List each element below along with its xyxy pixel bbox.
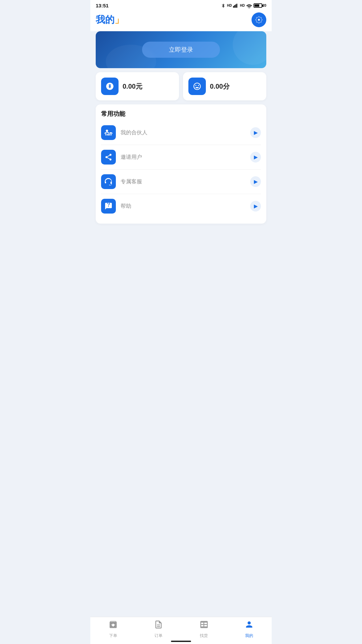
points-value: 0.00分	[210, 82, 230, 91]
partner-label: 我的合伙人	[121, 129, 250, 136]
settings-icon	[255, 16, 263, 24]
nav-find-label: 找货	[200, 633, 208, 639]
signal-hd-2: HD	[240, 4, 244, 7]
money-value: 0.00元	[123, 82, 142, 91]
nav-orders[interactable]: 订单	[136, 620, 181, 639]
wifi-icon	[246, 3, 252, 8]
feature-partner[interactable]: 我的合伙人 ▶	[101, 121, 261, 145]
login-banner[interactable]: 立即登录	[96, 31, 266, 68]
help-label: 帮助	[121, 203, 250, 210]
nav-mine[interactable]: 我的	[226, 620, 272, 639]
features-section: 常用功能 我的合伙人 ▶ 邀请用户 ▶	[96, 104, 266, 224]
status-bar: 13:51 HD HD 20	[90, 0, 272, 10]
svg-rect-1	[234, 5, 235, 8]
settings-button[interactable]	[252, 12, 266, 27]
signal-bars-icon	[233, 4, 238, 8]
feature-invite[interactable]: 邀请用户 ▶	[101, 145, 261, 170]
invite-label: 邀请用户	[121, 154, 250, 161]
balance-row: 0.00元 0.00分	[96, 72, 266, 100]
box-icon	[108, 620, 118, 629]
nav-find[interactable]: 找货	[181, 620, 226, 639]
service-icon	[101, 174, 116, 189]
service-arrow: ▶	[250, 176, 261, 187]
login-button[interactable]: 立即登录	[142, 42, 220, 58]
nav-order-label: 下单	[109, 633, 117, 639]
partner-icon	[101, 125, 116, 140]
nav-mine-label: 我的	[245, 633, 253, 639]
feature-help[interactable]: 帮助 ▶	[101, 194, 261, 218]
help-icon	[101, 199, 116, 214]
nav-orders-label: 订单	[154, 633, 163, 639]
nav-indicator	[171, 641, 191, 642]
share-icon	[104, 153, 112, 161]
points-icon	[188, 78, 206, 95]
page-title: 我的」	[96, 13, 124, 26]
money-card[interactable]: 0.00元	[96, 72, 179, 100]
list-icon	[154, 620, 163, 629]
points-card[interactable]: 0.00分	[183, 72, 266, 100]
status-icons: HD HD 20	[221, 3, 266, 8]
features-title: 常用功能	[101, 110, 261, 118]
orders-icon	[154, 620, 163, 632]
svg-point-4	[258, 19, 260, 21]
svg-rect-2	[235, 4, 236, 8]
svg-rect-0	[233, 6, 234, 7]
header: 我的」	[90, 10, 272, 31]
service-label: 专属客服	[121, 178, 250, 185]
handshake-icon	[104, 129, 112, 137]
bottom-nav: 下单 订单 找货 我的	[90, 617, 272, 644]
money-icon	[101, 78, 119, 95]
invite-arrow: ▶	[250, 152, 261, 163]
find-icon	[199, 620, 209, 632]
nav-order[interactable]: 下单	[90, 620, 136, 639]
bluetooth-icon	[221, 3, 226, 8]
title-text: 我的	[96, 14, 115, 25]
question-icon	[104, 202, 112, 210]
order-icon	[108, 620, 118, 632]
partner-arrow: ▶	[250, 127, 261, 138]
smile-icon	[193, 82, 201, 91]
help-arrow: ▶	[250, 201, 261, 212]
mine-icon	[244, 620, 254, 632]
grid-icon	[199, 620, 209, 629]
battery-icon: 20	[254, 3, 266, 8]
page-content: 立即登录 0.00元 0.00分 常用功能	[90, 31, 272, 644]
svg-rect-3	[236, 4, 237, 8]
signal-hd-1: HD	[227, 4, 232, 7]
headset-icon	[104, 178, 112, 186]
yuan-icon	[105, 82, 114, 91]
status-time: 13:51	[96, 3, 108, 8]
user-icon	[244, 620, 254, 629]
feature-service[interactable]: 专属客服 ▶	[101, 170, 261, 194]
invite-icon	[101, 150, 116, 165]
